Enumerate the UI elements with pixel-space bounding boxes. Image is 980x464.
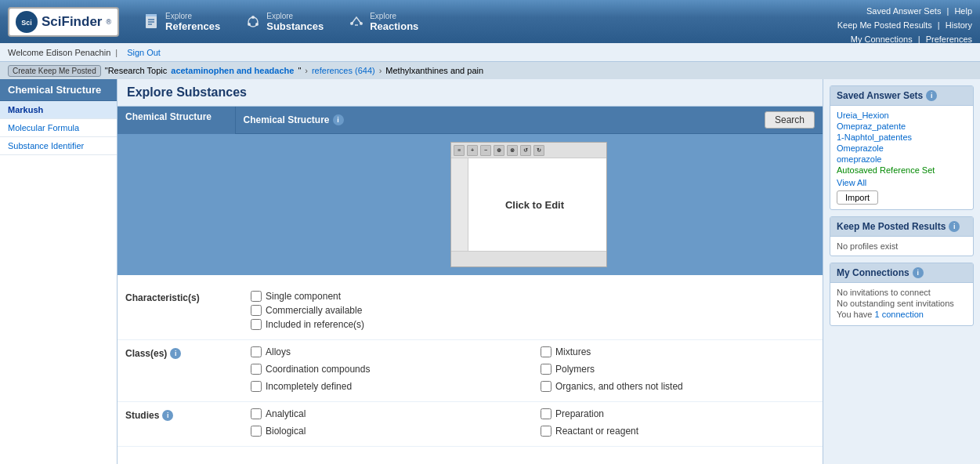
breadcrumb-references-link[interactable]: references (644) (312, 66, 375, 75)
my-connections-title: My Connections (837, 267, 909, 278)
char-included-in-reference[interactable]: Included in reference(s) (251, 319, 815, 330)
chemical-structure-info-icon[interactable]: i (333, 114, 344, 125)
class-alloys-label: Alloys (266, 346, 291, 357)
logo-reg: ® (106, 18, 111, 26)
char-commercially-available[interactable]: Commercially available (251, 305, 815, 316)
toolbar-btn-3[interactable]: − (480, 145, 491, 156)
saved-link-naphtol[interactable]: 1-Naphtol_patentes (837, 132, 967, 142)
class-organics-checkbox[interactable] (541, 381, 551, 392)
svg-text:Sci: Sci (21, 19, 32, 27)
saved-link-ureia[interactable]: Ureia_Hexion (837, 111, 967, 120)
characteristics-row: Characteristic(s) Single component Comme… (118, 285, 823, 340)
structure-panel-header-right: Chemical Structure i Search (235, 107, 823, 134)
logo-icon: Sci (16, 11, 38, 33)
char-included-in-reference-checkbox[interactable] (251, 319, 262, 330)
view-all-link[interactable]: View All (837, 178, 967, 187)
study-reactant-checkbox[interactable] (541, 426, 551, 437)
study-biological-label: Biological (266, 426, 306, 437)
nav-references[interactable]: Explore References (143, 12, 220, 32)
chemical-structure-label: Chemical Structure (244, 114, 330, 125)
sidebar-item-markush[interactable]: Markush (0, 101, 117, 119)
saved-link-omeprazole1[interactable]: Omeprazole (837, 143, 967, 153)
substances-explore-label: Explore (266, 12, 324, 20)
studies-label: Studies i (125, 408, 251, 421)
logo-text: SciFinder (42, 14, 102, 30)
toolbar-btn-5[interactable]: ⊗ (507, 145, 518, 156)
breadcrumb-research-topic-link[interactable]: acetaminophen and headache (171, 66, 294, 75)
help-link[interactable]: Help (954, 6, 972, 16)
saved-answer-sets-header: Saved Answer Sets i (830, 86, 973, 106)
study-biological[interactable]: Biological (251, 426, 525, 437)
class-incompletely[interactable]: Incompletely defined (251, 381, 525, 392)
history-link[interactable]: History (946, 20, 972, 30)
sign-out-link[interactable]: Sign Out (127, 48, 161, 57)
study-biological-checkbox[interactable] (251, 426, 262, 437)
connection-count-link[interactable]: 1 connection (875, 310, 924, 319)
class-coordination[interactable]: Coordination compounds (251, 364, 525, 375)
char-single-component-checkbox[interactable] (251, 291, 262, 302)
study-analytical-label: Analytical (266, 408, 306, 419)
class-polymers[interactable]: Polymers (541, 364, 815, 375)
structure-left-panel (118, 134, 235, 276)
left-sidebar: Chemical Structure Markush Molecular For… (0, 79, 118, 464)
my-connections-info-icon[interactable]: i (913, 267, 924, 278)
char-commercially-available-label: Commercially available (266, 305, 362, 316)
logo-box[interactable]: Sci SciFinder® (8, 7, 119, 37)
my-connections-link[interactable]: My Connections (851, 34, 913, 44)
substances-nav-label: Substances (266, 20, 324, 32)
class-alloys-checkbox[interactable] (251, 346, 262, 357)
sidebar-item-substance-identifier[interactable]: Substance Identifier (0, 137, 117, 155)
editor-toolbar: ≡ + − ⊕ ⊗ ↺ ↻ (451, 143, 606, 158)
import-button[interactable]: Import (837, 190, 878, 205)
saved-link-omeprazole2[interactable]: omeprazole (837, 154, 967, 164)
create-keep-me-posted-button[interactable]: Create Keep Me Posted (8, 65, 101, 77)
no-profiles-text: No profiles exist (837, 241, 898, 251)
click-to-edit-label[interactable]: Click to Edit (505, 199, 564, 211)
saved-answer-sets-link[interactable]: Saved Answer Sets (866, 6, 941, 16)
class-coordination-checkbox[interactable] (251, 364, 262, 375)
class-alloys[interactable]: Alloys (251, 346, 525, 357)
study-reactant[interactable]: Reactant or reagent (541, 426, 815, 437)
sidebar-item-molecular-formula[interactable]: Molecular Formula (0, 119, 117, 137)
study-preparation-checkbox[interactable] (541, 408, 551, 419)
study-preparation[interactable]: Preparation (541, 408, 815, 419)
toolbar-btn-2[interactable]: + (467, 145, 478, 156)
class-polymers-checkbox[interactable] (541, 364, 551, 375)
char-commercially-available-checkbox[interactable] (251, 305, 262, 316)
no-invitations-text: No invitations to connect (837, 288, 967, 297)
nav-reactions[interactable]: Explore Reactions (347, 12, 418, 32)
structure-editor[interactable]: ≡ + − ⊕ ⊗ ↺ ↻ Click to Edit (450, 142, 607, 267)
search-button[interactable]: Search (765, 111, 815, 129)
keep-me-posted-link[interactable]: Keep Me Posted Results (837, 20, 932, 30)
char-single-component[interactable]: Single component (251, 291, 815, 302)
classes-info-icon[interactable]: i (170, 348, 181, 359)
svg-rect-3 (146, 14, 157, 16)
main-layout: Chemical Structure Markush Molecular For… (0, 79, 980, 464)
class-mixtures-checkbox[interactable] (541, 346, 551, 357)
saved-answer-sets-info-icon[interactable]: i (926, 90, 937, 101)
classes-row: Class(es) i Alloys Mixtures Coordination… (118, 340, 823, 402)
saved-link-omepraz[interactable]: Omepraz_patente (837, 121, 967, 131)
class-organics[interactable]: Organics, and others not listed (541, 381, 815, 392)
study-analytical-checkbox[interactable] (251, 408, 262, 419)
study-analytical[interactable]: Analytical (251, 408, 525, 419)
saved-link-autosaved[interactable]: Autosaved Reference Set (837, 165, 967, 175)
class-incompletely-checkbox[interactable] (251, 381, 262, 392)
reactions-explore-label: Explore (370, 12, 418, 20)
toolbar-btn-4[interactable]: ⊕ (494, 145, 504, 156)
class-organics-label: Organics, and others not listed (555, 381, 683, 392)
preferences-link[interactable]: Preferences (926, 34, 972, 44)
class-coordination-label: Coordination compounds (266, 364, 370, 375)
saved-answer-sets-section: Saved Answer Sets i Ureia_Hexion Omepraz… (830, 85, 974, 210)
toolbar-btn-6[interactable]: ↺ (520, 145, 531, 156)
toolbar-btn-1[interactable]: ≡ (454, 145, 465, 156)
studies-info-icon[interactable]: i (162, 410, 173, 421)
toolbar-btn-7[interactable]: ↻ (533, 145, 544, 156)
class-mixtures[interactable]: Mixtures (541, 346, 815, 357)
center-content: Explore Substances Chemical Structure Ch… (118, 79, 823, 464)
keep-me-posted-info-icon[interactable]: i (949, 221, 960, 232)
study-preparation-label: Preparation (555, 408, 604, 419)
editor-bottom-panel (451, 251, 606, 266)
nav-substances[interactable]: Explore Substances (244, 12, 324, 32)
svg-point-10 (248, 23, 251, 26)
